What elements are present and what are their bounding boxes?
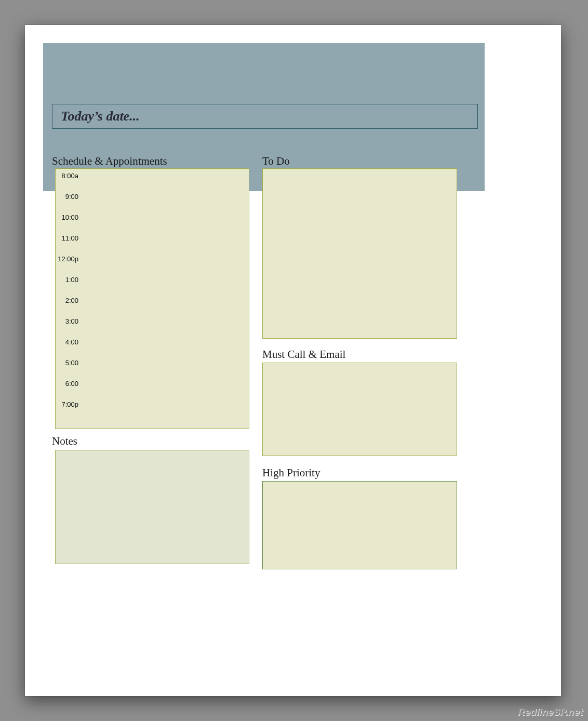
- date-placeholder: Today’s date...: [61, 109, 140, 124]
- time-slot: 2:00: [56, 297, 81, 317]
- time-slot: 11:00: [56, 234, 81, 255]
- date-input[interactable]: Today’s date...: [52, 104, 478, 129]
- time-slot: 7:00p: [56, 400, 81, 421]
- time-slot: 8:00a: [56, 172, 81, 193]
- time-slot: 3:00: [56, 317, 81, 338]
- planner-page: Today’s date... Schedule & Appointments …: [25, 25, 561, 696]
- time-slot: 1:00: [56, 276, 81, 297]
- priority-heading: High Priority: [262, 466, 320, 479]
- time-slot: 10:00: [56, 213, 81, 234]
- time-slot: 12:00p: [56, 255, 81, 276]
- schedule-box[interactable]: 8:00a 9:00 10:00 11:00 12:00p 1:00 2:00 …: [55, 168, 249, 429]
- notes-heading: Notes: [52, 435, 77, 448]
- time-slot: 4:00: [56, 338, 81, 359]
- todo-heading: To Do: [262, 155, 290, 168]
- time-slot: 9:00: [56, 193, 81, 213]
- time-slot: 5:00: [56, 359, 81, 380]
- notes-box[interactable]: [55, 450, 249, 564]
- schedule-heading: Schedule & Appointments: [52, 155, 167, 168]
- priority-box[interactable]: [262, 481, 457, 569]
- todo-box[interactable]: [262, 168, 457, 339]
- watermark: RedlineSP.net: [518, 706, 583, 718]
- mustcall-heading: Must Call & Email: [262, 348, 345, 361]
- mustcall-box[interactable]: [262, 363, 457, 456]
- time-slot: 6:00: [56, 380, 81, 400]
